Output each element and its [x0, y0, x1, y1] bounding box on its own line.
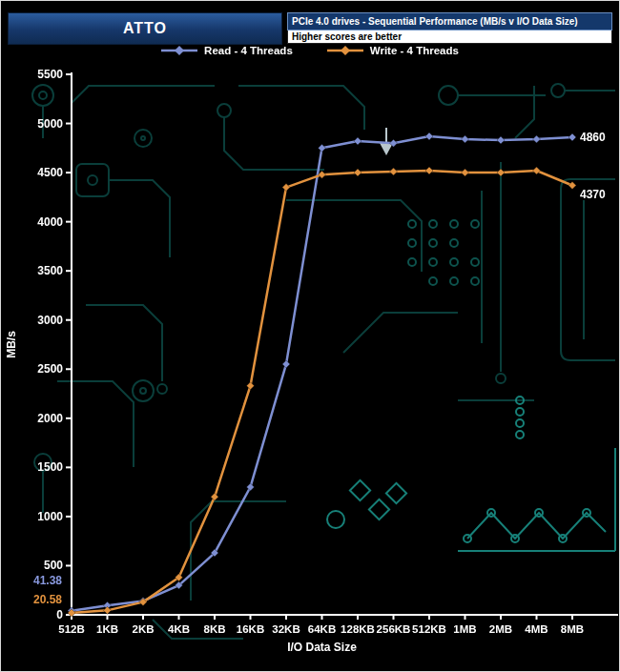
svg-text:1000: 1000 [37, 510, 63, 523]
svg-text:256KB: 256KB [377, 623, 411, 635]
svg-text:2KB: 2KB [132, 623, 154, 635]
svg-text:3000: 3000 [37, 314, 63, 327]
svg-text:20.58: 20.58 [33, 593, 62, 606]
svg-text:128KB: 128KB [341, 623, 375, 635]
svg-text:2MB: 2MB [489, 623, 512, 635]
svg-text:41.38: 41.38 [33, 574, 62, 587]
atto-logo: ATTO [8, 12, 282, 45]
atto-logo-text: ATTO [123, 20, 167, 37]
write-series-swatch [327, 46, 363, 55]
svg-text:I/O Data Size: I/O Data Size [287, 641, 357, 654]
svg-text:4500: 4500 [37, 166, 63, 179]
svg-text:5000: 5000 [37, 117, 63, 131]
svg-text:5500: 5500 [37, 68, 63, 81]
svg-text:4000: 4000 [37, 215, 63, 229]
chart-svg: 0500100015002000250030003500400045005000… [0, 67, 620, 672]
svg-text:3500: 3500 [37, 264, 63, 277]
chart-area: 0500100015002000250030003500400045005000… [0, 67, 620, 672]
svg-text:8KB: 8KB [203, 623, 225, 635]
legend: Read - 4 Threads Write - 4 Threads [0, 45, 620, 56]
read-series-swatch [161, 46, 197, 55]
svg-text:1500: 1500 [37, 460, 63, 474]
legend-item-write: Write - 4 Threads [327, 45, 459, 56]
svg-text:4MB: 4MB [525, 623, 548, 635]
legend-item-read: Read - 4 Threads [161, 45, 293, 56]
header: ATTO PCIe 4.0 drives - Sequential Perfor… [8, 12, 612, 45]
svg-text:0: 0 [56, 608, 63, 621]
svg-text:4860: 4860 [580, 131, 606, 144]
svg-text:512B: 512B [58, 623, 85, 635]
legend-label-read: Read - 4 Threads [204, 45, 293, 56]
svg-text:1KB: 1KB [96, 623, 118, 635]
svg-text:64KB: 64KB [308, 623, 336, 635]
svg-text:4KB: 4KB [168, 623, 190, 635]
svg-text:500: 500 [44, 559, 63, 572]
svg-text:MB/s: MB/s [5, 331, 18, 358]
svg-text:4370: 4370 [580, 188, 606, 201]
svg-text:512KB: 512KB [412, 623, 446, 635]
chart-subtitle: Higher scores are better [287, 31, 612, 44]
svg-text:32KB: 32KB [272, 623, 300, 635]
svg-text:16KB: 16KB [237, 623, 264, 635]
svg-text:1MB: 1MB [453, 623, 476, 635]
title-block: PCIe 4.0 drives - Sequential Performance… [287, 12, 612, 45]
legend-label-write: Write - 4 Threads [370, 45, 459, 56]
svg-text:8MB: 8MB [561, 623, 584, 635]
chart-title: PCIe 4.0 drives - Sequential Performance… [287, 12, 612, 31]
svg-text:2500: 2500 [37, 362, 63, 376]
svg-text:2000: 2000 [37, 412, 63, 425]
